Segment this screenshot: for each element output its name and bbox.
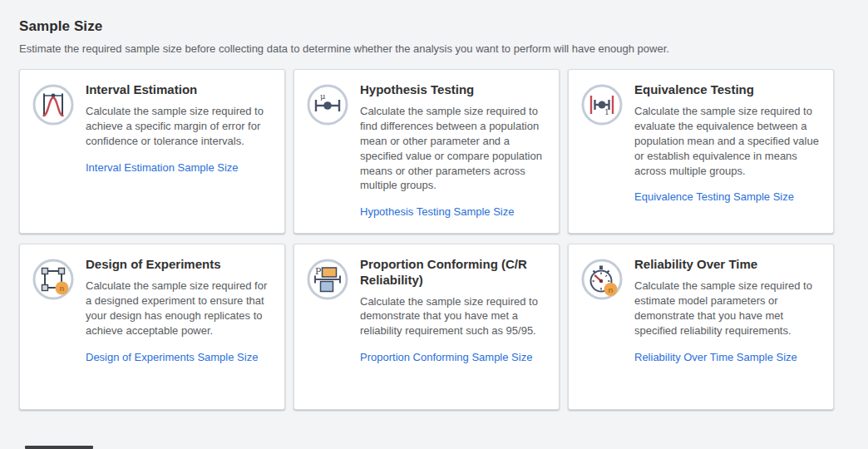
reliability-over-time-sample-size-link[interactable]: Reliability Over Time Sample Size xyxy=(634,351,797,363)
card-icon: 1 xyxy=(580,83,624,126)
card-description: Calculate the sample size required to ac… xyxy=(86,104,273,149)
card-proportion-conforming[interactable]: P Proportion Conforming (C/R Reliability… xyxy=(293,244,560,410)
card-body: Design of Experiments Calculate the samp… xyxy=(86,256,273,364)
card-description: Calculate the sample size required for a… xyxy=(86,279,273,338)
svg-text:P: P xyxy=(315,266,322,277)
card-icon: n xyxy=(580,258,624,301)
card-title: Equivalence Testing xyxy=(634,81,821,98)
page-subtitle: Estimate the required sample size before… xyxy=(19,42,868,55)
page-title: Sample Size xyxy=(19,18,868,35)
svg-text:1: 1 xyxy=(604,108,609,116)
card-title: Design of Experiments xyxy=(86,256,273,273)
card-description: Calculate the sample size required to de… xyxy=(360,294,547,339)
sample-size-page: Sample Size Estimate the required sample… xyxy=(0,0,868,449)
reliability-over-time-icon: n xyxy=(580,258,624,301)
card-grid: Interval Estimation Calculate the sample… xyxy=(19,69,868,410)
card-title: Proportion Conforming (C/R Reliability) xyxy=(360,256,547,289)
proportion-conforming-sample-size-link[interactable]: Proportion Conforming Sample Size xyxy=(360,351,532,363)
card-title: Reliability Over Time xyxy=(634,256,821,273)
card-body: Equivalence Testing Calculate the sample… xyxy=(634,81,821,204)
card-description: Calculate the sample size required to ev… xyxy=(634,104,821,179)
card-hypothesis-testing[interactable]: μ Hypothesis Testing Calculate the sampl… xyxy=(293,69,560,234)
svg-text:μ: μ xyxy=(320,91,326,101)
card-icon: P xyxy=(306,258,349,301)
card-body: Proportion Conforming (C/R Reliability) … xyxy=(360,256,547,364)
card-title: Hypothesis Testing xyxy=(360,81,547,98)
interval-estimation-icon xyxy=(32,83,75,126)
card-description: Calculate the sample size required to fi… xyxy=(360,104,547,194)
equivalence-testing-icon: 1 xyxy=(580,83,624,126)
proportion-conforming-icon: P xyxy=(306,258,349,301)
equivalence-testing-sample-size-link[interactable]: Equivalence Testing Sample Size xyxy=(634,190,794,203)
card-icon: n xyxy=(32,258,75,301)
card-interval-estimation[interactable]: Interval Estimation Calculate the sample… xyxy=(19,69,285,234)
card-body: Reliability Over Time Calculate the samp… xyxy=(634,256,821,364)
card-equivalence-testing[interactable]: 1 Equivalence Testing Calculate the samp… xyxy=(568,69,834,234)
design-of-experiments-icon: n xyxy=(32,258,75,301)
card-icon xyxy=(32,83,75,126)
card-body: Interval Estimation Calculate the sample… xyxy=(86,81,273,175)
card-design-of-experiments[interactable]: n Design of Experiments Calculate the sa… xyxy=(19,244,285,410)
svg-text:n: n xyxy=(60,284,65,293)
card-description: Calculate the sample size required to es… xyxy=(634,279,821,338)
card-body: Hypothesis Testing Calculate the sample … xyxy=(360,81,547,219)
hypothesis-testing-sample-size-link[interactable]: Hypothesis Testing Sample Size xyxy=(360,205,514,218)
screen-edge-artifact xyxy=(25,446,93,449)
design-of-experiments-sample-size-link[interactable]: Design of Experiments Sample Size xyxy=(86,351,258,363)
card-title: Interval Estimation xyxy=(86,81,273,98)
interval-estimation-sample-size-link[interactable]: Interval Estimation Sample Size xyxy=(86,161,239,174)
hypothesis-testing-icon: μ xyxy=(306,83,349,126)
card-reliability-over-time[interactable]: n Reliability Over Time Calculate the sa… xyxy=(568,244,834,410)
card-icon: μ xyxy=(306,83,349,126)
svg-text:n: n xyxy=(609,285,614,294)
